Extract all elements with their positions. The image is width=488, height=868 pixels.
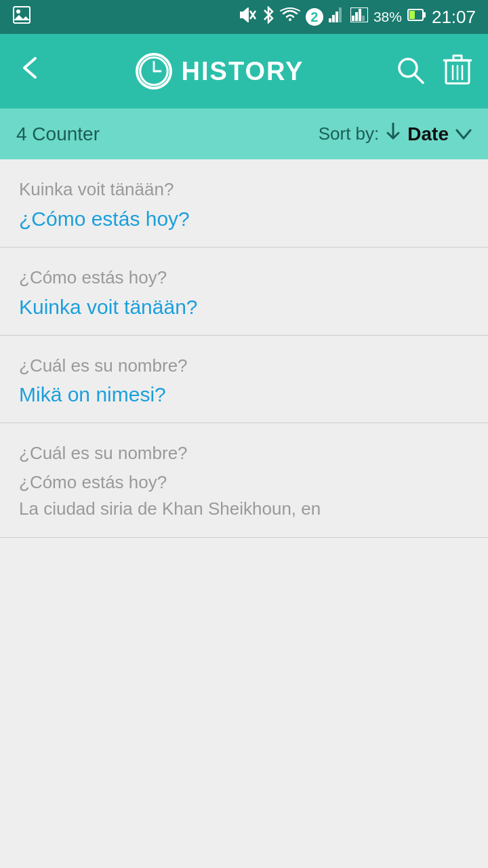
item-secondary-text: Mikä on nimesi? <box>19 381 469 408</box>
network-badge: 2 <box>306 8 323 26</box>
item-secondary-text: Kuinka voit tänään? <box>19 294 469 320</box>
list-item[interactable]: Kuinka voit tänään? ¿Cómo estás hoy? <box>0 159 488 248</box>
sort-by-label: Sort by: <box>319 123 380 144</box>
svg-rect-0 <box>14 7 30 23</box>
svg-rect-12 <box>359 9 361 21</box>
item-secondary-text: ¿Cómo estás hoy? <box>19 205 469 232</box>
item-primary-text: ¿Cuál es su nombre? <box>19 442 469 465</box>
bluetooth-icon <box>262 6 274 28</box>
svg-rect-13 <box>362 16 365 21</box>
delete-button[interactable] <box>443 54 472 89</box>
svg-marker-2 <box>14 15 30 20</box>
wifi-icon <box>280 7 300 26</box>
item-secondary-text-line1: ¿Cómo estás hoy? <box>19 469 469 496</box>
time-display: 21:07 <box>432 7 476 28</box>
svg-line-21 <box>415 75 423 83</box>
battery-percentage: 38% <box>373 9 402 25</box>
svg-point-17 <box>140 58 167 85</box>
item-primary-text: Kuinka voit tänään? <box>19 178 469 201</box>
nav-title-group: HISTORY <box>136 53 304 90</box>
item-primary-text: ¿Cómo estás hoy? <box>19 267 469 290</box>
lte-signal-icon <box>350 7 368 26</box>
svg-rect-7 <box>336 12 338 22</box>
sort-dropdown-icon[interactable] <box>455 123 472 144</box>
clock-icon <box>136 53 172 90</box>
status-bar-right: 2 38% 21:07 <box>239 6 476 28</box>
svg-rect-5 <box>329 18 331 22</box>
status-bar: 2 38% 21:07 <box>0 0 488 34</box>
svg-rect-10 <box>352 16 354 21</box>
battery-icon <box>407 7 426 26</box>
search-button[interactable] <box>396 56 424 87</box>
nav-actions <box>396 54 472 89</box>
mute-icon <box>239 7 257 26</box>
list-item[interactable]: ¿Cuál es su nombre? ¿Cómo estás hoy? La … <box>0 423 488 538</box>
svg-point-1 <box>16 9 20 14</box>
nav-bar: HISTORY <box>0 34 488 108</box>
nav-title-text: HISTORY <box>182 57 304 86</box>
list-item[interactable]: ¿Cómo estás hoy? Kuinka voit tänään? <box>0 248 488 336</box>
counter-label: 4 Counter <box>16 123 100 145</box>
back-button[interactable] <box>16 54 43 88</box>
item-secondary-text-line2: La ciudad siria de Khan Sheikhoun, en <box>19 496 469 522</box>
signal-strength-icon <box>329 7 345 26</box>
status-bar-left <box>12 5 31 28</box>
gallery-icon <box>12 5 31 28</box>
svg-rect-16 <box>409 11 415 19</box>
svg-rect-6 <box>332 15 335 22</box>
svg-rect-11 <box>355 12 358 21</box>
filter-bar: 4 Counter Sort by: Date <box>0 108 488 159</box>
sort-direction-icon <box>386 123 401 145</box>
sort-value-label: Date <box>407 123 449 145</box>
list-item[interactable]: ¿Cuál es su nombre? Mikä on nimesi? <box>0 336 488 424</box>
item-primary-text: ¿Cuál es su nombre? <box>19 355 469 378</box>
sort-control[interactable]: Sort by: Date <box>319 123 472 145</box>
svg-rect-15 <box>423 12 426 18</box>
svg-rect-8 <box>339 7 342 22</box>
list-container: Kuinka voit tänään? ¿Cómo estás hoy? ¿Có… <box>0 159 488 538</box>
